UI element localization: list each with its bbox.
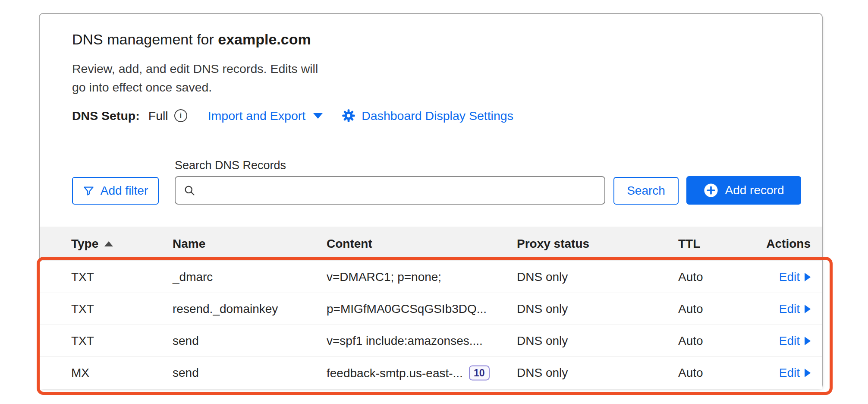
cell-name: send (173, 334, 199, 348)
cell-name: send (173, 366, 199, 380)
cell-name: resend._domainkey (173, 302, 278, 316)
page-description: Review, add, and edit DNS records. Edits… (72, 60, 318, 97)
cell-content: v=spf1 include:amazonses.... (327, 334, 483, 348)
cell-content: p=MIGfMA0GCSqGSIb3DQ... (327, 302, 487, 316)
mx-priority-badge: 10 (469, 366, 490, 381)
dashboard-display-settings-link[interactable]: Dashboard Display Settings (342, 109, 513, 123)
cell-type: TXT (71, 334, 94, 348)
page-title-domain: example.com (218, 31, 311, 47)
cell-content: feedback-smtp.us-east-... 10 (327, 366, 490, 381)
edit-label: Edit (779, 302, 800, 316)
page-title: DNS management for example.com (72, 31, 311, 48)
edit-label: Edit (779, 270, 800, 284)
chevron-right-icon (805, 337, 811, 345)
dashboard-display-settings-label: Dashboard Display Settings (362, 109, 513, 123)
search-icon (183, 184, 195, 196)
cell-ttl: Auto (678, 334, 703, 348)
edit-record-button[interactable]: Edit (779, 302, 811, 316)
add-filter-label: Add filter (101, 184, 148, 198)
page-description-line1: Review, add, and edit DNS records. Edits… (72, 60, 318, 78)
add-record-button[interactable]: Add record (686, 176, 801, 205)
page-description-line2: go into effect once saved. (72, 78, 318, 97)
table-row: TXT _dmarc v=DMARC1; p=none; DNS only Au… (40, 261, 822, 293)
page-title-prefix: DNS management for (72, 31, 218, 47)
dns-management-card: DNS management for example.com Review, a… (39, 13, 823, 389)
chevron-right-icon (805, 305, 811, 313)
dns-records-table: Type Name Content Proxy status TTL Actio… (40, 227, 822, 389)
cell-proxy-status: DNS only (517, 334, 568, 348)
edit-label: Edit (779, 366, 800, 380)
column-header-ttl: TTL (678, 237, 700, 251)
import-export-label: Import and Export (208, 109, 306, 123)
search-input[interactable] (201, 183, 597, 198)
edit-record-button[interactable]: Edit (779, 270, 811, 284)
table-header-row: Type Name Content Proxy status TTL Actio… (40, 227, 822, 261)
cell-ttl: Auto (678, 366, 703, 380)
search-input-container (175, 176, 605, 205)
column-header-type[interactable]: Type (71, 237, 113, 251)
cell-content-text: feedback-smtp.us-east-... (327, 366, 463, 380)
cell-proxy-status: DNS only (517, 270, 568, 284)
add-filter-button[interactable]: Add filter (72, 177, 159, 205)
cell-ttl: Auto (678, 302, 703, 316)
cell-proxy-status: DNS only (517, 302, 568, 316)
cell-type: MX (71, 366, 89, 380)
cell-type: TXT (71, 302, 94, 316)
dns-setup-label: DNS Setup: (72, 109, 140, 123)
column-header-name: Name (173, 237, 205, 251)
search-dns-records-label: Search DNS Records (175, 159, 286, 172)
dns-setup-value: Full (148, 109, 168, 123)
cell-proxy-status: DNS only (517, 366, 568, 380)
info-icon[interactable]: i (174, 109, 187, 122)
column-header-actions: Actions (766, 237, 811, 251)
column-header-type-label: Type (71, 237, 98, 251)
filter-funnel-icon (83, 185, 94, 197)
cell-type: TXT (71, 270, 94, 284)
sort-ascending-icon (104, 241, 113, 246)
edit-record-button[interactable]: Edit (779, 334, 811, 348)
table-row: TXT send v=spf1 include:amazonses.... DN… (40, 325, 822, 357)
chevron-right-icon (805, 369, 811, 377)
edit-label: Edit (779, 334, 800, 348)
add-record-label: Add record (725, 183, 784, 197)
dns-setup-row: DNS Setup: Full i Import and Export Dash… (72, 107, 513, 124)
cell-ttl: Auto (678, 270, 703, 284)
cell-content: v=DMARC1; p=none; (327, 270, 441, 284)
gear-icon (342, 109, 355, 123)
import-export-link[interactable]: Import and Export (208, 109, 323, 123)
edit-record-button[interactable]: Edit (779, 366, 811, 380)
chevron-right-icon (805, 273, 811, 281)
search-button[interactable]: Search (613, 177, 679, 205)
cell-name: _dmarc (173, 270, 213, 284)
table-row: TXT resend._domainkey p=MIGfMA0GCSqGSIb3… (40, 293, 822, 325)
column-header-proxy-status: Proxy status (517, 237, 589, 251)
column-header-content: Content (327, 237, 372, 251)
plus-circle-icon (704, 183, 718, 198)
chevron-down-icon (313, 113, 323, 119)
table-row: MX send feedback-smtp.us-east-... 10 DNS… (40, 357, 822, 389)
